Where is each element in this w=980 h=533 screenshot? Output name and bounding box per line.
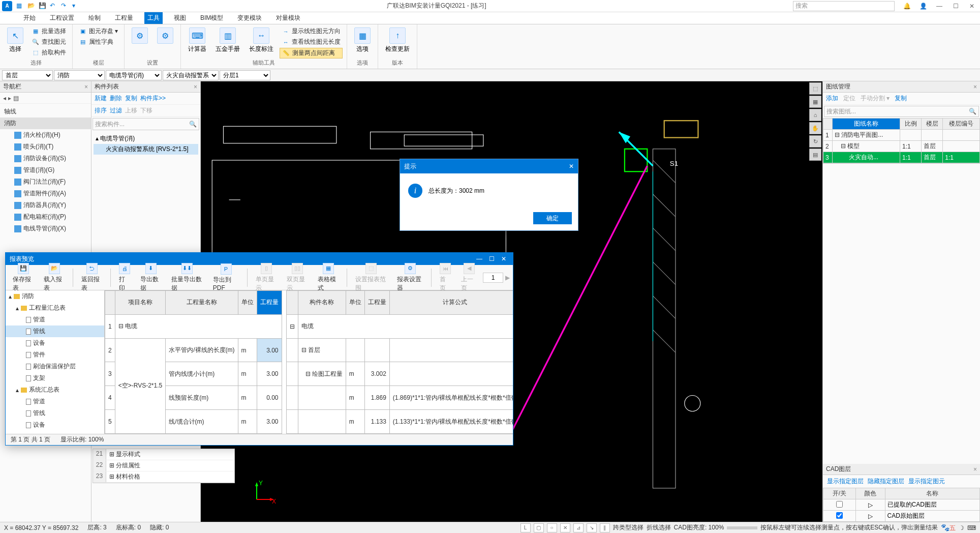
tab-draw[interactable]: 绘制 xyxy=(85,12,104,24)
report-tree-node[interactable]: 管道 xyxy=(6,396,104,407)
dialog-title-bar[interactable]: 提示 ✕ xyxy=(400,159,578,173)
report-tree-node[interactable]: ▴ 消防 xyxy=(6,290,104,302)
calculator-button[interactable]: ⌨计算器 xyxy=(185,26,209,54)
tab-quantity[interactable]: 工程量 xyxy=(112,12,136,24)
view-layers-icon[interactable]: ▤ xyxy=(809,149,821,161)
close-button[interactable]: ✕ xyxy=(966,3,978,10)
report-tree-node[interactable]: 刷油保温保护层 xyxy=(6,361,104,372)
report-max-button[interactable]: ☐ xyxy=(486,255,497,262)
drawing-row-selected[interactable]: 3火灾自动...1:1首层1:1 xyxy=(823,152,980,163)
cad-layer-row[interactable]: ▷CAD原始图层 xyxy=(823,511,980,522)
report-table-mode-button[interactable]: ▦表格模式 xyxy=(314,262,343,293)
col-floor[interactable]: 楼层 xyxy=(922,119,943,130)
snap-mid-icon[interactable]: ▢ xyxy=(534,523,544,532)
report-close-button[interactable]: ✕ xyxy=(499,255,509,262)
nav-item[interactable]: 消防设备(消)(S) xyxy=(0,153,91,164)
view-home-icon[interactable]: ⌂ xyxy=(809,109,821,121)
report-export-pdf-button[interactable]: P导出到PDF xyxy=(209,262,243,292)
polyline-select-button[interactable]: 折线选择 xyxy=(647,523,671,532)
report-tree-node[interactable]: 管件 xyxy=(6,349,104,361)
batch-select-button[interactable]: ▦批量选择 xyxy=(29,26,68,36)
settings-gear2-button[interactable]: ⚙ xyxy=(154,26,176,45)
attr-dict-button[interactable]: ▤属性字典 xyxy=(77,37,120,47)
nav-prev-icon[interactable]: ◂ xyxy=(3,95,6,102)
length-dim-button[interactable]: ↔长度标注 xyxy=(246,26,277,54)
system-select[interactable]: 消防 xyxy=(54,70,105,80)
report-tree-node[interactable]: 支架 xyxy=(6,372,104,384)
view-3d-icon[interactable]: ⬚ xyxy=(809,82,821,95)
tab-project-settings[interactable]: 工程设置 xyxy=(47,12,77,24)
qat-open-icon[interactable]: 📂 xyxy=(27,2,36,10)
comp-lib-button[interactable]: 构件库>> xyxy=(140,94,166,103)
comp-close-icon[interactable]: × xyxy=(194,83,197,91)
tab-bim[interactable]: BIM模型 xyxy=(197,12,226,24)
drawing-row[interactable]: 1⊟ 消防电平面图... xyxy=(823,130,980,141)
cross-type-select-button[interactable]: 跨类型选择 xyxy=(613,523,644,532)
floor-select[interactable]: 首层 xyxy=(2,70,53,80)
report-back-button[interactable]: ⮌返回报表 xyxy=(77,262,106,293)
nav-item[interactable]: 喷头(消)(T) xyxy=(0,141,91,153)
report-set-range-button[interactable]: ⬚设置报表范围 xyxy=(351,262,391,293)
nav-item[interactable]: 配电箱柜(消)(P) xyxy=(0,211,91,223)
settings-gear1-button[interactable]: ⚙ xyxy=(129,26,151,45)
snap-perp-icon[interactable]: ⊿ xyxy=(573,523,584,532)
nav-item[interactable]: 电线导管(消)(X) xyxy=(0,223,91,234)
property-row[interactable]: 22⊞ 分组属性 xyxy=(93,460,234,471)
report-export-button[interactable]: ⬇导出数据 xyxy=(136,262,165,293)
layer-toggle-checkbox[interactable] xyxy=(836,501,843,508)
col-drawing-name[interactable]: 图纸名称 xyxy=(833,119,900,130)
qat-new-icon[interactable]: ▦ xyxy=(16,2,24,10)
tab-change[interactable]: 变更模块 xyxy=(234,12,265,24)
cad-layer-row[interactable]: ▷已提取的CAD图层 xyxy=(823,499,980,511)
comp-delete-button[interactable]: 删除 xyxy=(110,94,122,103)
comp-copy-button[interactable]: 复制 xyxy=(125,94,137,103)
dialog-close-icon[interactable]: ✕ xyxy=(569,163,574,170)
drawing-split-button[interactable]: 手动分割 ▾ xyxy=(861,94,890,103)
report-tree-node[interactable]: ▴ 工程量汇总表 xyxy=(6,302,104,314)
comp-filter-button[interactable]: 过滤 xyxy=(110,106,122,115)
drawing-mgr-close-icon[interactable]: × xyxy=(973,83,977,91)
drawing-add-button[interactable]: 添加 xyxy=(826,94,838,103)
report-tree-node[interactable]: 管道 xyxy=(6,314,104,325)
comp-sort-button[interactable]: 排序 xyxy=(95,106,107,115)
global-search-input[interactable]: 搜索 xyxy=(793,1,895,11)
dialog-ok-button[interactable]: 确定 xyxy=(533,212,572,224)
view-rotate-icon[interactable]: ↻ xyxy=(809,135,821,147)
cad-brightness-label[interactable]: CAD图亮度: 100% xyxy=(674,523,724,532)
view-top-icon[interactable]: ▦ xyxy=(809,96,821,108)
tab-compare[interactable]: 对量模块 xyxy=(273,12,303,24)
nav-category-fire[interactable]: 消防 xyxy=(0,117,91,129)
view-pan-icon[interactable]: ✋ xyxy=(809,122,821,134)
select-button[interactable]: ↖ 选择 xyxy=(4,26,26,54)
element-store-button[interactable]: ▣图元存盘 ▾ xyxy=(77,26,120,36)
tab-start[interactable]: 开始 xyxy=(20,12,39,24)
report-print-button[interactable]: 🖨打印 xyxy=(115,262,134,293)
comp-child-node[interactable]: 火灾自动报警系统 [RVS-2*1.5] xyxy=(94,144,198,155)
report-next-icon[interactable]: ▶ xyxy=(505,274,510,281)
tab-view[interactable]: 视图 xyxy=(171,12,189,24)
maximize-button[interactable]: ☐ xyxy=(950,3,962,10)
layer-toggle-checkbox[interactable] xyxy=(836,512,843,519)
drawing-row[interactable]: 2⊟ 模型1:1首层 xyxy=(823,141,980,152)
comp-new-button[interactable]: 新建 xyxy=(95,94,107,103)
property-row[interactable]: 23⊞ 材料价格 xyxy=(93,471,234,483)
snap-parallel-icon[interactable]: ∥ xyxy=(600,523,610,532)
notify-icon[interactable]: 🔔 xyxy=(901,3,913,10)
col-scale[interactable]: 比例 xyxy=(900,119,922,130)
report-tree-node[interactable]: 设备 xyxy=(6,337,104,349)
ime-punct-icon[interactable]: ⌨ xyxy=(967,524,976,531)
report-batch-export-button[interactable]: ⬇⬇批量导出数据 xyxy=(167,262,207,293)
find-element-button[interactable]: 🔍查找图元 xyxy=(29,37,68,47)
report-double-page-button[interactable]: ▯▯双页显示 xyxy=(283,262,312,293)
layer-select[interactable]: 分层1 xyxy=(220,70,270,80)
subsystem-select[interactable]: 火灾自动报警系 ▾ xyxy=(163,70,219,80)
snap-intersect-icon[interactable]: ✕ xyxy=(560,523,570,532)
report-settings-button[interactable]: ⚙报表设置器 xyxy=(393,262,427,293)
comp-down-button[interactable]: 下移 xyxy=(140,106,152,115)
report-single-page-button[interactable]: ▯单页显示 xyxy=(252,262,281,293)
qat-more-icon[interactable]: ▾ xyxy=(72,2,80,10)
measure-distance-button[interactable]: 📏测量两点间距离 xyxy=(280,48,343,58)
report-load-button[interactable]: 📂载入报表 xyxy=(40,262,69,293)
report-prev-page-button[interactable]: ◀上一页 xyxy=(457,262,481,293)
report-tree-node-selected[interactable]: 管线 xyxy=(6,325,104,337)
